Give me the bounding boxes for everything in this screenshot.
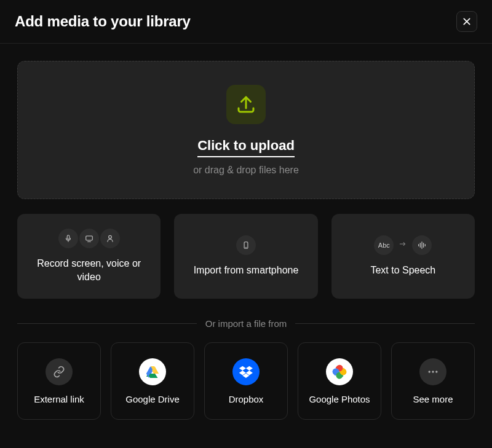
svg-point-22 [435, 371, 437, 372]
svg-point-20 [429, 371, 430, 372]
upload-icon [235, 93, 257, 116]
upload-icon-box [226, 85, 266, 124]
google-photos-icon [326, 358, 353, 385]
record-icon-cluster [58, 229, 120, 248]
dropbox-card[interactable]: Dropbox [204, 342, 288, 420]
abc-icon: Abc [374, 235, 394, 255]
svg-rect-3 [85, 236, 92, 240]
smartphone-label: Import from smartphone [194, 264, 299, 277]
microphone-icon [58, 229, 78, 248]
smartphone-card[interactable]: Import from smartphone [174, 214, 317, 299]
google-drive-icon [139, 358, 166, 385]
divider-line-right [295, 323, 475, 324]
svg-rect-2 [67, 235, 69, 239]
dropbox-label: Dropbox [229, 394, 264, 404]
external-link-label: External link [34, 394, 84, 404]
svg-point-21 [432, 371, 434, 372]
link-icon [46, 358, 73, 385]
dropbox-icon [232, 358, 260, 385]
person-icon [100, 229, 120, 248]
record-label: Record screen, voice or video [25, 257, 153, 283]
tts-label: Text to Speech [370, 264, 435, 277]
tts-card[interactable]: Abc Text to Speech [331, 214, 475, 299]
add-media-modal: Add media to your library Click to uploa… [0, 0, 492, 448]
google-photos-card[interactable]: Google Photos [298, 342, 381, 420]
close-button[interactable] [456, 11, 477, 32]
google-drive-card[interactable]: Google Drive [111, 342, 194, 420]
drag-drop-hint: or drag & drop files here [193, 165, 299, 176]
import-divider: Or import a file from [17, 318, 475, 329]
record-card[interactable]: Record screen, voice or video [17, 214, 161, 299]
svg-point-4 [108, 236, 111, 239]
waveform-icon [412, 235, 432, 255]
google-photos-label: Google Photos [309, 394, 370, 404]
external-link-card[interactable]: External link [17, 342, 101, 420]
smartphone-icon [236, 235, 256, 255]
divider-line-left [17, 323, 197, 324]
see-more-label: See more [413, 394, 453, 404]
modal-title: Add media to your library [15, 13, 191, 30]
screen-icon [79, 229, 99, 248]
see-more-card[interactable]: See more [391, 342, 475, 420]
click-to-upload-label: Click to upload [197, 138, 295, 157]
google-drive-label: Google Drive [125, 394, 180, 404]
source-row: External link Google Drive Dropbox Googl… [17, 342, 475, 420]
smartphone-icon-cluster [236, 235, 256, 255]
modal-header: Add media to your library [0, 0, 492, 44]
arrow-right-icon [397, 240, 408, 251]
action-card-row: Record screen, voice or video Import fro… [17, 214, 475, 299]
tts-icon-cluster: Abc [374, 235, 432, 255]
close-icon [462, 17, 472, 26]
divider-label: Or import a file from [205, 318, 287, 329]
more-icon [419, 358, 446, 385]
upload-dropzone[interactable]: Click to upload or drag & drop files her… [17, 61, 475, 199]
modal-body: Click to upload or drag & drop files her… [0, 44, 492, 448]
